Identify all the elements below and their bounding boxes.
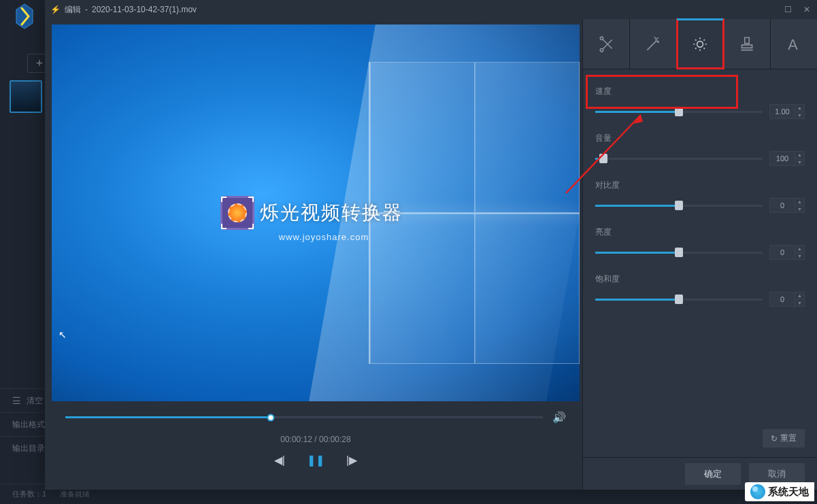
video-controls: 🔊 00:00:12 / 00:00:28 ◀| ❚❚ |▶ [52, 401, 580, 490]
brightness-slider-group: 亮度 0 ▲▼ [595, 226, 805, 260]
contrast-label: 对比度 [595, 180, 805, 191]
saturation-value[interactable]: 0 [770, 292, 795, 306]
tab-subtitle[interactable]: A [771, 19, 817, 69]
output-dir-label: 输出目录 [12, 443, 45, 454]
editor-close-icon[interactable]: ✕ [802, 5, 812, 14]
contrast-slider[interactable] [595, 205, 763, 207]
speed-thumb[interactable] [675, 107, 683, 116]
contrast-value[interactable]: 0 [770, 199, 795, 212]
brightness-up-button[interactable]: ▲ [795, 246, 804, 253]
stamp-icon [738, 35, 756, 53]
volume-value[interactable]: 100 [770, 152, 795, 165]
progress-slider[interactable] [65, 416, 543, 418]
saturation-label: 饱和度 [595, 273, 805, 285]
speed-up-button[interactable]: ▲ [795, 105, 804, 112]
site-watermark: 系统天地 [745, 482, 814, 501]
saturation-up-button[interactable]: ▲ [795, 292, 804, 300]
brightness-thumb[interactable] [675, 248, 683, 257]
speed-down-button[interactable]: ▼ [795, 112, 804, 119]
editor-maximize-icon[interactable]: ☐ [783, 5, 793, 14]
watermark-url: www.joyoshare.com [279, 232, 369, 242]
prev-frame-button[interactable]: ◀| [274, 454, 285, 467]
volume-label: 音量 [595, 133, 805, 144]
task-count: 任务数：1 [12, 489, 46, 499]
clear-list-label: 清空 [27, 395, 43, 407]
speed-value[interactable]: 1.00 [770, 105, 795, 118]
site-watermark-text: 系统天地 [768, 486, 809, 499]
time-current: 00:00:12 [280, 435, 312, 444]
next-frame-button[interactable]: |▶ [346, 454, 357, 467]
volume-slider-group: 音量 100 ▲▼ [595, 133, 805, 166]
svg-point-0 [697, 41, 703, 47]
brightness-slider[interactable] [595, 252, 763, 254]
tab-trim[interactable] [583, 19, 630, 69]
play-pause-button[interactable]: ❚❚ [307, 454, 324, 467]
magic-wand-icon [644, 35, 662, 53]
video-watermark: 烁光视频转换器 [220, 196, 403, 230]
time-display: 00:00:12 / 00:00:28 [65, 435, 566, 444]
ok-button[interactable]: 确定 [685, 463, 741, 485]
contrast-up-button[interactable]: ▲ [795, 199, 804, 206]
saturation-slider[interactable] [595, 299, 763, 301]
brightness-spinner: 0 ▲▼ [769, 245, 805, 260]
contrast-spinner: 0 ▲▼ [769, 198, 805, 213]
watermark-text: 烁光视频转换器 [260, 200, 403, 226]
tool-tabs: A [583, 19, 817, 69]
speed-slider-group: 速度 1.00 ▲▼ [595, 86, 805, 119]
contrast-thumb[interactable] [675, 201, 683, 210]
video-preview[interactable]: 烁光视频转换器 www.joyoshare.com ↖ [52, 24, 580, 401]
site-watermark-icon [750, 484, 765, 499]
saturation-slider-group: 饱和度 0 ▲▼ [595, 273, 805, 307]
volume-spinner: 100 ▲▼ [769, 151, 805, 166]
watermark-logo-icon [220, 196, 254, 230]
volume-up-button[interactable]: ▲ [795, 152, 804, 159]
clear-list-icon: ☰ [12, 395, 21, 406]
scissors-icon [597, 35, 615, 53]
speed-label: 速度 [595, 86, 805, 97]
saturation-thumb[interactable] [675, 295, 683, 304]
bg-thumbnails [10, 80, 45, 117]
output-format-label: 输出格式 [12, 419, 45, 431]
thumbnail-item[interactable] [10, 80, 42, 113]
cancel-button[interactable]: 取消 [749, 463, 805, 485]
editor-title-file: 2020-11-03-10-42-37(1).mov [92, 5, 197, 14]
reset-label: 重置 [780, 433, 797, 444]
text-icon: A [785, 35, 803, 53]
volume-icon[interactable]: 🔊 [552, 411, 566, 424]
editor-dialog: ⚡ 编辑 - 2020-11-03-10-42-37(1).mov ☐ ✕ 烁光… [45, 0, 817, 490]
editor-titlebar[interactable]: ⚡ 编辑 - 2020-11-03-10-42-37(1).mov ☐ ✕ [45, 0, 817, 19]
saturation-down-button[interactable]: ▼ [795, 300, 804, 307]
brightness-icon [691, 35, 709, 53]
sliders-panel: 速度 1.00 ▲▼ 音量 [583, 69, 817, 422]
volume-thumb[interactable] [599, 154, 607, 163]
tab-watermark[interactable] [724, 19, 771, 69]
editor-app-icon: ⚡ [50, 5, 61, 14]
speed-spinner: 1.00 ▲▼ [769, 104, 805, 119]
tools-pane: A 速度 [582, 19, 817, 490]
contrast-down-button[interactable]: ▼ [795, 206, 804, 213]
volume-down-button[interactable]: ▼ [795, 159, 804, 166]
volume-slider[interactable] [595, 158, 763, 160]
tab-effects[interactable] [630, 19, 677, 69]
time-total: 00:00:28 [319, 435, 351, 444]
speed-slider[interactable] [595, 111, 763, 113]
svg-text:A: A [788, 35, 798, 52]
brightness-label: 亮度 [595, 226, 805, 238]
reset-icon: ↻ [771, 434, 778, 443]
brightness-value[interactable]: 0 [770, 246, 795, 259]
editor-title-label: 编辑 [65, 4, 81, 16]
app-logo-icon [12, 3, 37, 30]
video-pane: 烁光视频转换器 www.joyoshare.com ↖ 🔊 00:00:12 /… [45, 19, 582, 490]
ready-status: 准备就绪 [60, 489, 90, 499]
progress-thumb[interactable] [267, 414, 274, 421]
reset-button[interactable]: ↻ 重置 [763, 429, 805, 448]
tab-adjust[interactable] [677, 19, 724, 69]
contrast-slider-group: 对比度 0 ▲▼ [595, 180, 805, 213]
saturation-spinner: 0 ▲▼ [769, 292, 805, 307]
brightness-down-button[interactable]: ▼ [795, 253, 804, 260]
